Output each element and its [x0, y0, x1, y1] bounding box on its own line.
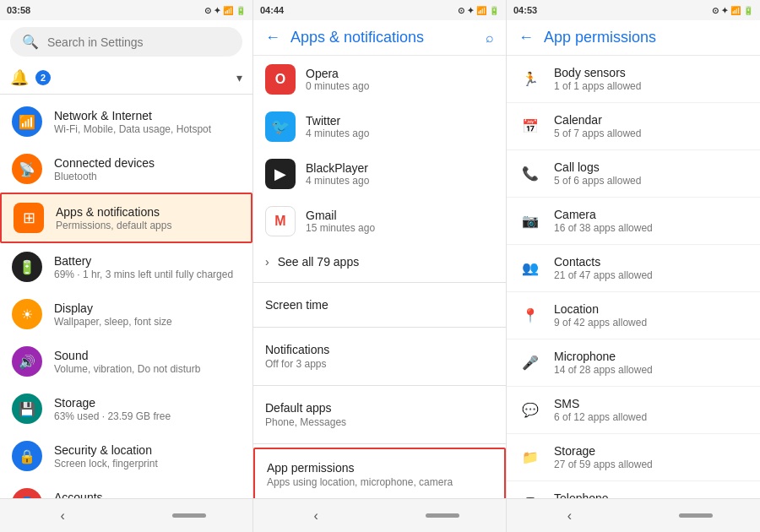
settings-item-apps[interactable]: ⊞ Apps & notifications Permissions, defa…	[0, 193, 252, 243]
settings-item-security[interactable]: 🔒 Security & location Screen lock, finge…	[0, 432, 252, 480]
status-icons-right: ⊙ ✦ 📶 🔋	[712, 6, 753, 15]
chevron-down-icon: ▾	[236, 71, 242, 84]
storage-perm-icon: 📁	[518, 446, 542, 470]
see-all-row[interactable]: › See all 79 apps	[253, 245, 506, 279]
perm-item-bodysensors[interactable]: 🏃 Body sensors 1 of 1 apps allowed	[507, 56, 760, 103]
storage-icon: 💾	[12, 394, 42, 424]
settings-item-storage[interactable]: 💾 Storage 63% used · 23.59 GB free	[0, 385, 252, 432]
bodysensors-icon: 🏃	[518, 68, 542, 91]
blackplayer-icon: ▶	[265, 159, 296, 189]
display-title: Display	[54, 301, 241, 315]
sound-subtitle: Volume, vibration, Do not disturb	[54, 363, 241, 375]
settings-item-sound[interactable]: 🔊 Sound Volume, vibration, Do not distur…	[0, 338, 252, 385]
menu-item-notifications[interactable]: Notifications Off for 3 apps	[253, 331, 506, 382]
connected-icon: 📡	[12, 154, 42, 184]
microphone-icon: 🎤	[518, 351, 542, 375]
chevron-right-icon: ›	[265, 255, 269, 269]
apps-title: Apps & notifications	[56, 205, 239, 219]
apppermissions-subtitle: Apps using location, microphone, camera	[267, 476, 492, 488]
sms-icon: 💬	[518, 399, 542, 422]
notifications-subtitle: Off for 3 apps	[265, 358, 494, 370]
back-button-left[interactable]: ‹	[46, 502, 78, 530]
divider-notif	[253, 385, 506, 386]
notification-badge: 2	[35, 70, 51, 85]
divider-default	[253, 443, 506, 444]
perm-item-telephone[interactable]: 📱 Telephone 14 of 37 apps allowed	[507, 481, 760, 498]
perm-item-storage[interactable]: 📁 Storage 27 of 59 apps allowed	[507, 434, 760, 481]
perm-item-calendar[interactable]: 📅 Calendar 5 of 7 apps allowed	[507, 103, 760, 150]
search-input[interactable]	[47, 35, 231, 49]
app-item-gmail[interactable]: M Gmail 15 minutes ago	[253, 198, 506, 245]
connected-subtitle: Bluetooth	[54, 171, 241, 182]
perm-item-location[interactable]: 📍 Location 9 of 42 apps allowed	[507, 292, 760, 339]
notifications-title: Notifications	[265, 343, 494, 356]
display-text: Display Wallpaper, sleep, font size	[54, 301, 241, 328]
left-panel: 03:58 ⊙ ✦ 📶 🔋 🔍 🔔 2 ▾ 📶 Network & Intern…	[0, 0, 253, 532]
search-icon: 🔍	[22, 34, 39, 50]
bottom-nav-left: ‹	[0, 498, 252, 532]
perm-item-microphone[interactable]: 🎤 Microphone 14 of 28 apps allowed	[507, 339, 760, 387]
permissions-list: 🏃 Body sensors 1 of 1 apps allowed 📅 Cal…	[507, 56, 760, 498]
perm-item-sms[interactable]: 💬 SMS 6 of 12 apps allowed	[507, 387, 760, 434]
apps-text: Apps & notifications Permissions, defaul…	[56, 205, 239, 231]
back-arrow-right[interactable]: ←	[518, 29, 534, 46]
see-all-label: See all 79 apps	[278, 255, 360, 269]
right-title: App permissions	[544, 29, 748, 46]
status-bar-right: 04:53 ⊙ ✦ 📶 🔋	[507, 0, 760, 20]
security-subtitle: Screen lock, fingerprint	[54, 458, 241, 470]
menu-item-apppermissions[interactable]: App permissions Apps using location, mic…	[253, 448, 506, 498]
sound-icon: 🔊	[12, 346, 42, 377]
time-mid: 04:44	[260, 5, 284, 15]
screentime-title: Screen time	[265, 298, 494, 312]
settings-item-display[interactable]: ☀ Display Wallpaper, sleep, font size	[0, 290, 252, 338]
divider-screentime	[253, 327, 506, 328]
defaultapps-title: Default apps	[265, 401, 494, 415]
settings-item-accounts[interactable]: 👤 Accounts WhatsApp, Google, Twitter	[0, 480, 252, 498]
nav-pill-left	[172, 513, 206, 518]
microphone-text: Microphone 14 of 28 apps allowed	[554, 350, 653, 376]
sound-title: Sound	[54, 349, 241, 362]
nav-pill-right	[679, 513, 713, 518]
perm-item-camera[interactable]: 📷 Camera 16 of 38 apps allowed	[507, 198, 760, 245]
perm-item-calllogs[interactable]: 📞 Call logs 5 of 6 apps allowed	[507, 150, 760, 198]
security-text: Security & location Screen lock, fingerp…	[54, 443, 241, 470]
back-arrow-mid[interactable]: ←	[265, 29, 280, 46]
divider-mid	[253, 282, 506, 283]
menu-item-screentime[interactable]: Screen time	[253, 286, 506, 323]
time-left: 03:58	[7, 5, 30, 15]
settings-item-connected[interactable]: 📡 Connected devices Bluetooth	[0, 145, 252, 193]
perm-item-contacts[interactable]: 👥 Contacts 21 of 47 apps allowed	[507, 245, 760, 292]
status-bar-left: 03:58 ⊙ ✦ 📶 🔋	[0, 0, 252, 20]
display-icon: ☀	[12, 299, 42, 329]
accounts-text: Accounts WhatsApp, Google, Twitter	[54, 491, 241, 499]
settings-item-network[interactable]: 📶 Network & Internet Wi-Fi, Mobile, Data…	[0, 98, 252, 145]
back-button-mid[interactable]: ‹	[300, 502, 331, 530]
apps-icon: ⊞	[14, 203, 44, 233]
app-item-opera[interactable]: O Opera 0 minutes ago	[253, 56, 506, 103]
menu-item-defaultapps[interactable]: Default apps Phone, Messages	[253, 389, 506, 440]
connected-text: Connected devices Bluetooth	[54, 156, 241, 182]
time-right: 04:53	[513, 5, 537, 15]
search-bar[interactable]: 🔍	[10, 27, 242, 57]
camera-text: Camera 16 of 38 apps allowed	[554, 208, 653, 234]
apps-subtitle: Permissions, default apps	[56, 220, 239, 231]
storage-perm-text: Storage 27 of 59 apps allowed	[554, 444, 653, 470]
storage-title: Storage	[54, 396, 241, 410]
accounts-title: Accounts	[54, 491, 241, 499]
right-header: ← App permissions	[507, 20, 760, 56]
divider-top	[0, 94, 252, 95]
app-item-twitter[interactable]: 🐦 Twitter 4 minutes ago	[253, 103, 506, 150]
twitter-text: Twitter 4 minutes ago	[306, 114, 369, 139]
camera-icon: 📷	[518, 209, 542, 233]
telephone-text: Telephone 14 of 37 apps allowed	[554, 491, 653, 498]
network-text: Network & Internet Wi-Fi, Mobile, Data u…	[54, 109, 241, 135]
settings-list: 📶 Network & Internet Wi-Fi, Mobile, Data…	[0, 98, 252, 498]
mid-panel: 04:44 ⊙ ✦ 📶 🔋 ← Apps & notifications ⌕ O…	[253, 0, 507, 532]
status-bar-mid: 04:44 ⊙ ✦ 📶 🔋	[253, 0, 506, 20]
app-item-blackplayer[interactable]: ▶ BlackPlayer 4 minutes ago	[253, 150, 506, 198]
search-icon-mid[interactable]: ⌕	[486, 30, 494, 46]
notification-badge-row: 🔔 2 ▾	[0, 63, 252, 90]
settings-item-battery[interactable]: 🔋 Battery 69% · 1 hr, 3 mins left until …	[0, 243, 252, 290]
back-button-right[interactable]: ‹	[554, 502, 585, 530]
calllogs-icon: 📞	[518, 162, 542, 186]
